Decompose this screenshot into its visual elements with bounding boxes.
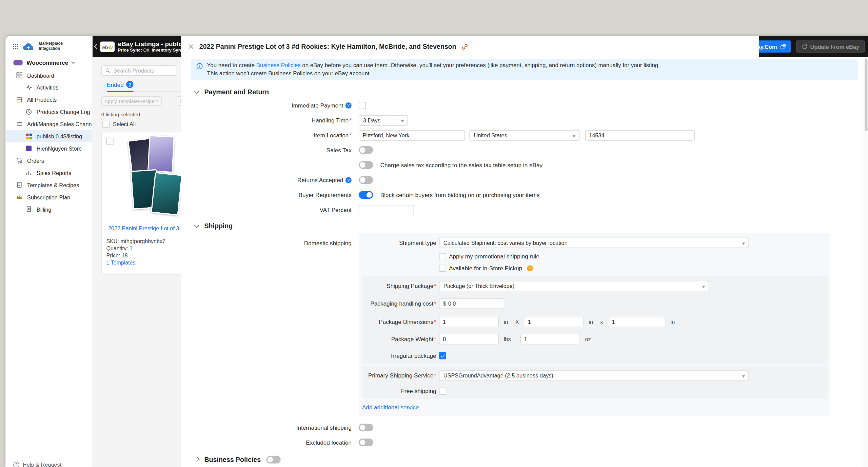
store-selector[interactable]: Woocommerce [5,56,92,69]
row-shipment-type: Shipment type Calculated Shipment: cost … [359,237,830,248]
question-icon[interactable] [346,102,352,109]
row-irregular-package: Irregular package [362,352,827,359]
apply-template-button[interactable]: Apply Template/Recipe [101,96,162,106]
app-window: Marketplace Integration Woocommerce Dash… [5,36,868,467]
search-products-box[interactable] [101,65,177,76]
business-policies-toggle[interactable] [266,455,280,463]
packaging-cost-input[interactable] [448,300,481,307]
section-payment-and-return[interactable]: Payment and Return [195,88,868,96]
free-shipping-checkbox[interactable] [439,388,446,395]
item-location-country-select[interactable]: United States [469,130,579,140]
sidebar-item-sales-channels[interactable]: Add/Manage Sales Channels [5,118,92,130]
item-location-zip-input[interactable] [585,130,695,140]
sidebar-item-dashboard[interactable]: Dashboard [5,69,92,81]
sales-tax-toggle[interactable] [359,147,373,154]
irregular-package-checkbox[interactable] [439,352,446,359]
handling-time-select[interactable]: 3 Days [359,115,408,125]
sidebar-item-all-products[interactable]: All Products [5,94,92,106]
instore-pickup-checkbox[interactable] [439,265,446,272]
ebay-logo: ebay [100,41,115,52]
screen: Marketplace Integration Woocommerce Dash… [0,0,868,467]
listing-tabs: Ended 2 [107,81,181,92]
shipping-package-select[interactable]: Package (or Thick Envelope) [439,280,709,291]
document-icon [16,182,23,189]
currency-prefix: $ [443,300,446,307]
dimension-height-input[interactable] [608,317,666,327]
excluded-location-toggle[interactable] [359,439,373,447]
dimension-width-input[interactable] [524,317,584,327]
secondary-action-button[interactable]: Sel [177,96,181,106]
crown-icon [16,194,23,200]
listing-detail-drawer: 2022 Panini Prestige Lot of 3 #d Rookies… [181,36,868,467]
product-checkbox[interactable] [106,138,113,145]
select-all-checkbox[interactable] [102,121,110,128]
product-title-link[interactable]: 2022 Panini Prestige Lot of 3 # [106,225,181,231]
chain-link-icon[interactable] [461,43,468,50]
sidebar-item-activities[interactable]: Activities [5,81,92,94]
sidebar-item-sales-reports[interactable]: Sales Reports [5,167,92,179]
receipt-icon [25,206,32,213]
question-icon[interactable] [346,177,352,183]
row-excluded-location: Excluded location [181,437,868,448]
banner-line1: You need to create Business Policies on … [207,61,660,70]
help-request-link[interactable]: Help & Request [5,459,61,467]
product-quantity: Quantity: 1 [106,245,132,251]
question-icon[interactable] [527,265,533,271]
scrollbar-track[interactable] [864,57,868,467]
international-shipping-toggle[interactable] [359,424,373,432]
sidebar-item-publish-channel[interactable]: publish 0.4$/listing [5,130,92,142]
info-banner: You need to create Business Policies on … [191,59,858,80]
dimension-length-input[interactable] [439,317,499,327]
chevron-down-icon [742,242,745,245]
returns-accepted-toggle[interactable] [359,176,373,184]
domestic-shipping-panel: Shipment type Calculated Shipment: cost … [359,233,830,416]
sales-tax-table-toggle[interactable] [359,161,373,169]
section-business-policies[interactable]: Business Policies [195,455,868,463]
sidebar-item-billing[interactable]: Billing [5,203,92,215]
products-box-icon [16,96,23,103]
business-policies-link[interactable]: Business Policies [256,62,301,68]
product-card[interactable]: 2022 Panini Prestige Lot of 3 # SKU: mth… [101,132,181,275]
vat-percent-input[interactable] [359,205,414,215]
chevron-down-icon [194,222,199,228]
chevron-down-icon [194,88,199,94]
promo-rule-checkbox[interactable] [439,253,446,260]
immediate-payment-checkbox[interactable] [359,102,366,109]
row-promo-rule: Apply my promotional shipping rule [359,253,830,260]
selected-count-text: 0 listing selected [101,111,181,117]
close-icon[interactable] [188,43,194,50]
info-icon [197,63,203,69]
weight-oz-input[interactable] [520,334,580,344]
row-sales-tax-table: Charge sales tax according to the sales … [181,160,868,171]
item-location-city-input[interactable] [359,130,465,140]
row-packaging-cost: Packaging handling cost $ [362,298,827,309]
collapse-panel-icon[interactable] [93,42,99,51]
package-details-panel: Shipping Package Package (or Thick Envel… [362,276,827,364]
product-price: Price: 18 [106,252,127,258]
primary-shipping-service-select[interactable]: USPSGroundAdvantage (2-5 business days) [439,370,749,381]
row-buyer-requirements: Buyer Requirements Block certain buyers … [181,190,868,200]
sidebar-item-templates-recipes[interactable]: Templates & Recipes [5,179,92,191]
search-input[interactable] [113,67,173,74]
row-shipping-package: Shipping Package Package (or Thick Envel… [362,280,827,291]
chevron-right-icon [194,457,199,462]
row-returns-accepted: Returns Accepted [181,175,868,186]
weight-lbs-input[interactable] [439,334,499,344]
scrollbar-thumb[interactable] [865,59,867,131]
sidebar-item-orders[interactable]: Orders [5,155,92,167]
tab-ended[interactable]: Ended 2 [107,81,134,88]
store-icon [25,145,32,152]
row-item-location: Item Location United States [181,130,868,140]
sidebar-item-subscription-plan[interactable]: Subscription Plan [5,191,92,203]
section-shipping[interactable]: Shipping [195,222,868,230]
product-templates-link[interactable]: 1 Templates [106,260,135,266]
row-vat-percent: VAT Percent [181,205,868,215]
apps-grid-icon[interactable] [12,43,19,50]
sidebar-item-products-change-log[interactable]: Products Change Log [5,106,92,118]
add-additional-service-link[interactable]: Add additional service [362,404,419,410]
drawer-title: 2022 Panini Prestige Lot of 3 #d Rookies… [199,43,456,51]
sidebar-item-hiennguyen-store[interactable]: HienNguyen Store [5,142,92,155]
shipment-type-select[interactable]: Calculated Shipment: cost varies by buye… [439,237,749,248]
buyer-requirements-toggle[interactable] [359,191,373,199]
bulk-actions-row: Apply Template/Recipe Sel [101,96,181,106]
